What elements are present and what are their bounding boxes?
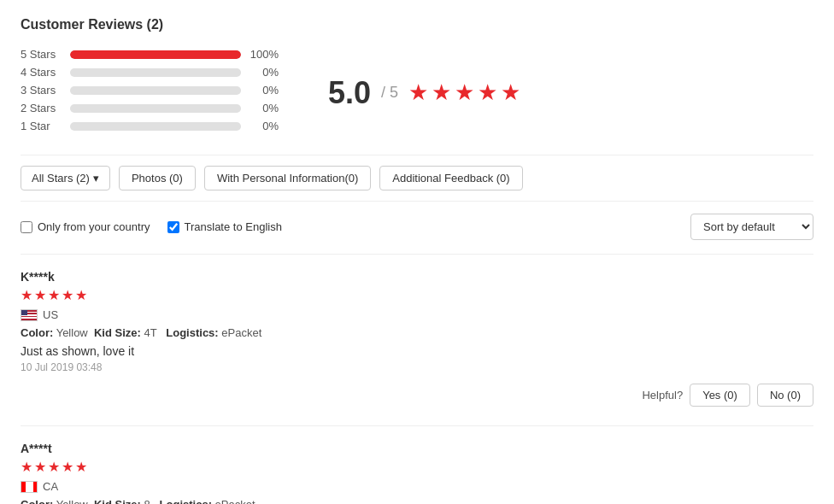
additional-feedback-filter-button[interactable]: Additional Feedback (0) — [379, 166, 522, 190]
review-stars: ★★★★★ — [21, 287, 813, 303]
customer-reviews-section: Customer Reviews (2) 5 Stars100%4 Stars0… — [0, 0, 834, 504]
rating-label: 2 Stars — [21, 102, 63, 114]
review-text: Just as shown, love it — [21, 344, 813, 358]
review-star: ★ — [75, 287, 87, 303]
score-stars: ★ ★ ★ ★ ★ — [408, 79, 520, 106]
pct-label: 100% — [248, 48, 279, 61]
filter-bar: All Stars (2) ▾ Photos (0) With Personal… — [21, 155, 813, 202]
rating-label: 4 Stars — [21, 66, 63, 79]
bar-track — [70, 50, 241, 59]
review-stars: ★★★★★ — [21, 459, 813, 475]
reviewer-country: CA — [21, 480, 813, 493]
star-5: ★ — [501, 79, 520, 106]
pct-label: 0% — [248, 66, 279, 79]
country-code: CA — [43, 480, 58, 493]
rating-row: 5 Stars100% — [21, 48, 294, 61]
no-button[interactable]: No (0) — [757, 384, 813, 407]
review-star: ★ — [62, 287, 73, 303]
review-star: ★ — [34, 459, 46, 475]
personal-info-filter-button[interactable]: With Personal Information(0) — [204, 166, 371, 190]
rating-row: 3 Stars0% — [21, 84, 294, 97]
bar-track — [70, 68, 241, 77]
review-attrs: Color: Yellow Kid Size: 8 Logistics: ePa… — [21, 498, 813, 504]
bar-track — [70, 122, 241, 131]
score-max: 5 — [390, 84, 398, 101]
country-filter-label: Only from your country — [38, 220, 150, 233]
reviewer-country: US — [21, 308, 813, 321]
country-filter-checkbox[interactable]: Only from your country — [21, 220, 150, 233]
all-stars-button[interactable]: All Stars (2) ▾ — [21, 166, 110, 190]
pct-label: 0% — [248, 102, 279, 114]
rating-label: 1 Star — [21, 120, 63, 132]
country-code: US — [43, 308, 58, 321]
rating-label: 3 Stars — [21, 84, 63, 97]
ca-flag-icon — [21, 481, 38, 493]
review-star: ★ — [21, 459, 32, 475]
star-4: ★ — [478, 79, 497, 106]
country-filter-input[interactable] — [21, 221, 32, 233]
chevron-down-icon: ▾ — [93, 172, 99, 185]
options-left: Only from your country Translate to Engl… — [21, 220, 282, 233]
yes-button[interactable]: Yes (0) — [690, 384, 750, 407]
rating-row: 1 Star0% — [21, 120, 294, 132]
star-3: ★ — [455, 79, 474, 106]
review-item: A****t★★★★★CAColor: Yellow Kid Size: 8 L… — [21, 426, 813, 504]
helpful-row: Helpful?Yes (0)No (0) — [21, 384, 813, 410]
reviews-container: K****k★★★★★USColor: Yellow Kid Size: 4T … — [21, 255, 813, 504]
rating-bars: 5 Stars100%4 Stars0%3 Stars0%2 Stars0%1 … — [21, 48, 294, 138]
translate-checkbox[interactable]: Translate to English — [167, 220, 282, 233]
review-item: K****k★★★★★USColor: Yellow Kid Size: 4T … — [21, 255, 813, 426]
bar-fill — [70, 50, 241, 59]
section-title: Customer Reviews (2) — [21, 17, 813, 32]
translate-input[interactable] — [167, 221, 179, 233]
star-2: ★ — [432, 79, 451, 106]
pct-label: 0% — [248, 84, 279, 97]
review-star: ★ — [48, 287, 60, 303]
score-value: 5.0 — [328, 75, 371, 111]
helpful-label: Helpful? — [642, 389, 683, 401]
review-star: ★ — [34, 287, 46, 303]
bar-track — [70, 104, 241, 113]
reviewer-info: A****t★★★★★CAColor: Yellow Kid Size: 8 L… — [21, 442, 813, 504]
us-flag-icon — [21, 309, 38, 321]
photos-filter-button[interactable]: Photos (0) — [119, 166, 196, 190]
review-star: ★ — [75, 459, 87, 475]
review-date: 10 Jul 2019 03:48 — [21, 361, 813, 373]
sort-select[interactable]: Sort by defaultSort by timeSort by ratin… — [690, 214, 813, 240]
review-attrs: Color: Yellow Kid Size: 4T Logistics: eP… — [21, 326, 813, 339]
rating-row: 2 Stars0% — [21, 102, 294, 114]
reviewer-name: A****t — [21, 442, 813, 455]
pct-label: 0% — [248, 120, 279, 132]
options-row: Only from your country Translate to Engl… — [21, 214, 813, 240]
reviewer-name: K****k — [21, 270, 813, 284]
rating-row: 4 Stars0% — [21, 66, 294, 79]
translate-label: Translate to English — [185, 220, 282, 233]
review-star: ★ — [21, 287, 32, 303]
bar-track — [70, 86, 241, 95]
star-1: ★ — [408, 79, 428, 106]
ratings-area: 5 Stars100%4 Stars0%3 Stars0%2 Stars0%1 … — [21, 48, 813, 138]
rating-label: 5 Stars — [21, 48, 63, 61]
review-star: ★ — [48, 459, 60, 475]
reviewer-info: K****k★★★★★USColor: Yellow Kid Size: 4T … — [21, 270, 813, 373]
overall-score: 5.0 / 5 ★ ★ ★ ★ ★ — [328, 75, 520, 111]
review-star: ★ — [62, 459, 73, 475]
